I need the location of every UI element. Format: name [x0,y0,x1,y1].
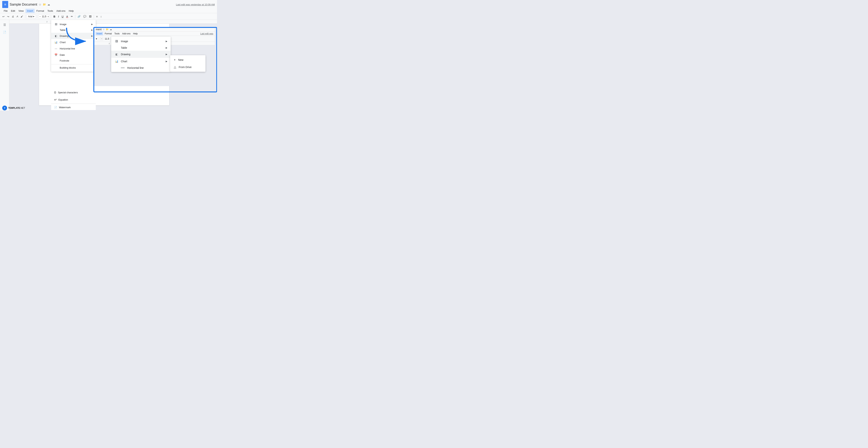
menu-help[interactable]: Help [67,9,75,13]
font-dropdown[interactable]: Arial ▾ [26,14,36,19]
dropdown-item-footnote[interactable]: Footnote [51,58,96,63]
doc-title: Sample Document [10,3,37,6]
fg-dropdown-drawing[interactable]: ◧ Drawing ▶ [111,51,171,58]
font-size-increase[interactable]: + [48,15,49,18]
bg-minus[interactable]: − [100,37,103,40]
cloud-icon[interactable]: ☁ [48,3,50,6]
fg-dropdown-image[interactable]: 🖼 Image ▶ [111,38,171,45]
italic-button[interactable]: I [57,14,60,19]
font-size-group: − 11.5 + [38,15,50,19]
fg-table-arrow: ▶ [166,46,167,49]
bg-doc-text: ment [96,28,101,31]
menu-view[interactable]: View [17,9,25,13]
redo-button[interactable]: ↪ [6,14,10,19]
dropdown-divider2 [51,103,96,104]
drive-icon: △ [174,65,176,69]
watermark-label: Watermark [59,106,71,109]
ruler: 2 3 4 5 6 [9,20,217,24]
sub-item-from-drive[interactable]: △ From Drive [170,63,206,71]
toolbar-sep5 [94,15,94,19]
fg-drawing-icon: ◧ [115,52,119,56]
bg-last-edit: Last edit was [200,32,213,35]
menu-edit[interactable]: Edit [9,9,17,13]
toolbar-sep1 [25,15,25,19]
fg-image-arrow: ▶ [166,40,167,42]
drawing-menu-icon: ◧ [54,34,58,38]
bg-menu-row: Insert Format Tools Add-ons Help Last ed… [94,32,215,36]
paintformat-button[interactable]: 🖌 [20,14,24,19]
template-logo-icon: T [2,105,7,110]
menu-file[interactable]: File [2,9,9,13]
special-chars-label: Special characters [58,91,78,94]
fg-hline-label: Horizontal line [127,66,167,69]
dropdown-item-equation[interactable]: π² Equation [51,97,96,102]
menu-insert[interactable]: Insert [26,9,35,13]
bg-menu-insert[interactable]: Insert [95,32,103,35]
toolbar-sep3 [51,15,51,19]
title-row: ≡ Sample Document ☆ 📁 ☁ Last edit was ye… [2,1,215,8]
line-spacing-button[interactable]: ↕ [99,14,103,19]
fg-image-label: Image [121,40,163,43]
dropdown-item-special-chars[interactable]: Ω Special characters [51,90,96,95]
spellcheck-button[interactable]: A [16,14,19,19]
print-button[interactable]: 🖨 [11,14,15,19]
comment-button[interactable]: 💬 [82,14,87,19]
underline-button[interactable]: U [60,14,64,19]
image-arrow: ▶ [91,23,93,26]
bg-star-icon[interactable]: ☆ [103,28,105,31]
image-button[interactable]: 🖼 [88,14,93,19]
drive-label: From Drive [179,66,191,69]
date-icon: 📅 [54,53,58,57]
image-menu-icon: 🖼 [54,22,58,26]
fg-drawing-label: Drawing [121,53,163,56]
drawing-arrow: ▶ [91,35,93,37]
font-size-decrease[interactable]: − [39,15,41,18]
highlight-button[interactable]: ✏ [70,14,74,19]
undo-button[interactable]: ↩ [1,14,6,19]
fg-table-label: Table [121,46,163,49]
sub-item-new[interactable]: + New [170,56,206,63]
menu-row: File Edit View Insert Format Tools Add-o… [2,9,215,13]
bold-button[interactable]: B [52,14,56,19]
bg-menu-addons[interactable]: Add-ons [121,32,132,35]
chart-menu-icon: 📊 [54,40,58,44]
sidebar-outline-icon[interactable]: ☰ [2,22,7,27]
fg-dropdown-hline[interactable]: Horizontal line [111,65,171,71]
building-label: Building blocks [60,66,76,69]
special-chars-icon: Ω [54,91,56,94]
fg-chart-arrow: ▶ [166,60,167,63]
bg-menu-format[interactable]: Format [103,32,113,35]
hline-label: Horizontal line [60,47,93,50]
star-icon[interactable]: ☆ [39,3,41,6]
toolbar: ↩ ↪ 🖨 A 🖌 Arial ▾ − 11.5 + B I U A ✏ 🔗 💬… [0,13,217,20]
fg-drawing-arrow: ▶ [166,53,167,56]
secondary-dropdown: 🖼 Image ▶ Table ▶ ◧ Drawing ▶ 📊 [111,37,171,72]
link-button[interactable]: 🔗 [76,14,82,19]
new-icon: + [174,58,176,62]
bg-menu-help[interactable]: Help [132,32,139,35]
footnote-label: Footnote [60,59,69,62]
dropdown-item-date[interactable]: 📅 Date [51,52,96,58]
bg-menu-tools[interactable]: Tools [113,32,121,35]
sidebar: ☰ 📄 [0,20,9,110]
fg-image-icon: 🖼 [115,39,119,43]
fg-dropdown-table[interactable]: Table ▶ [111,45,171,51]
sidebar-doc-icon[interactable]: 📄 [2,30,7,35]
align-button[interactable]: ≡ [95,14,99,19]
dropdown-item-building[interactable]: Building blocks [51,65,96,70]
dropdown-item-watermark[interactable]: 📄 Watermark [51,105,96,110]
bg-folder-icon[interactable]: 📁 [106,28,108,31]
font-size-value[interactable]: 11.5 [42,15,46,18]
bg-title-row: ment ☆ 📁 ☁ [94,27,215,32]
menu-addons[interactable]: Add-ons [55,9,67,13]
bg-fontsize: 11.5 [105,37,109,40]
doc-icon: ≡ [2,1,8,8]
equation-icon: π² [54,98,57,101]
bg-cloud-icon[interactable]: ☁ [110,28,112,31]
text-color-button[interactable]: A [65,14,69,19]
hline-icon: — [54,47,58,51]
menu-tools[interactable]: Tools [46,9,55,13]
fg-dropdown-chart[interactable]: 📊 Chart ▶ [111,58,171,65]
folder-icon[interactable]: 📁 [43,3,46,6]
menu-format[interactable]: Format [35,9,45,13]
